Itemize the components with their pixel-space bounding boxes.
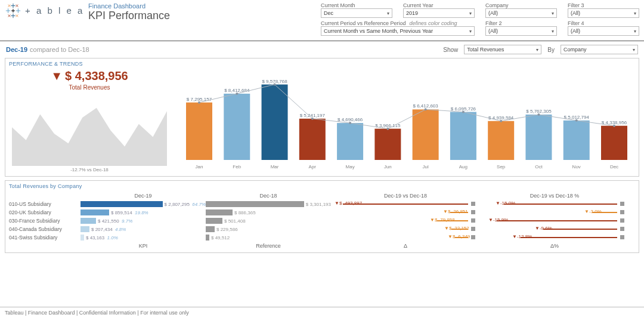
svg-rect-34 xyxy=(374,129,401,160)
table-body: 010-US Subsidiary$ 2,807,295 64.7%$ 3,30… xyxy=(9,200,635,242)
footer-text: Tableau | Finance Dashboard | Confidenti… xyxy=(5,310,189,316)
col-footer: Reference xyxy=(206,243,331,249)
delta-cell: ▼$ -79,858 xyxy=(331,217,480,224)
svg-point-62 xyxy=(462,111,465,113)
svg-text:Apr: Apr xyxy=(309,164,317,169)
caret-down-icon: ▾ xyxy=(387,11,389,16)
delta-pct-cell: ▼-15.0% xyxy=(480,201,629,208)
filter-label: Current Period vs Reference Perioddefine… xyxy=(321,20,475,26)
kpi-sparkline xyxy=(12,94,167,166)
delta-pct-cell: ▼-3.0% xyxy=(480,209,629,216)
filter-period-ref: Current Period vs Reference Perioddefine… xyxy=(321,20,475,36)
svg-text:$ 4,690,466: $ 4,690,466 xyxy=(338,117,363,122)
filter-label: Current Year xyxy=(403,2,475,8)
delta-cell: ▼$ -22,152 xyxy=(331,226,480,233)
caret-down-icon: ▾ xyxy=(634,11,636,16)
col-footer: Δ% xyxy=(480,243,629,249)
caret-down-icon: ▾ xyxy=(469,11,472,16)
tableau-logo-icon xyxy=(5,2,21,19)
caret-down-icon: ▾ xyxy=(634,29,636,34)
period-ref-select[interactable]: Current Month vs Same Month, Previous Ye… xyxy=(321,26,475,36)
col-header: Dec-19 vs Dec-18 xyxy=(331,193,480,199)
svg-text:Feb: Feb xyxy=(233,164,241,169)
row-label: 030-France Subsidiary xyxy=(9,218,80,224)
col-header: Dec-19 xyxy=(80,193,206,199)
down-triangle-icon: ▼ xyxy=(51,69,63,83)
svg-rect-49 xyxy=(564,121,590,160)
filter4-select[interactable]: (All)▾ xyxy=(568,26,639,36)
logo-block: + a b l e a u xyxy=(5,2,85,19)
caret-down-icon: ▾ xyxy=(536,47,538,53)
filter-2: Filter 2 (All)▾ xyxy=(485,20,557,36)
svg-text:Sep: Sep xyxy=(497,164,506,169)
filter-label: Current Month xyxy=(321,2,392,8)
filter-label: Filter 3 xyxy=(568,2,639,8)
caret-down-icon: ▾ xyxy=(633,47,635,53)
ref-bar-cell: $ 501,408 xyxy=(206,217,331,224)
col-header: Dec-18 xyxy=(206,193,331,199)
show-label: Show xyxy=(443,47,458,53)
revenues-by-company-panel: Total Revenues by Company Dec-19 Dec-18 … xyxy=(5,180,639,253)
panel-title: Total Revenues by Company xyxy=(9,183,635,189)
svg-text:May: May xyxy=(346,164,355,169)
svg-rect-25 xyxy=(262,85,288,160)
ref-bar-cell: $ 886,365 xyxy=(206,209,331,216)
svg-rect-22 xyxy=(224,94,250,160)
by-select[interactable]: Company▾ xyxy=(561,45,638,54)
filter-3: Filter 3 (All)▾ xyxy=(568,2,639,18)
row-label: 020-UK Subsidiary xyxy=(9,209,80,215)
filter3-select[interactable]: (All)▾ xyxy=(568,8,639,18)
dashboard-subtitle: Finance Dashboard xyxy=(88,2,170,10)
svg-text:+ a b l e a u: + a b l e a u xyxy=(25,5,85,16)
svg-text:$ 9,578,768: $ 9,578,768 xyxy=(262,79,287,84)
kpi-summary: ▼ $ 4,338,956 Total Revenues -12.7% vs D… xyxy=(9,69,170,172)
svg-point-58 xyxy=(311,118,314,120)
svg-text:$ 7,295,157: $ 7,295,157 xyxy=(187,97,212,102)
svg-text:Oct: Oct xyxy=(535,164,543,169)
filter2-select[interactable]: (All)▾ xyxy=(485,26,557,36)
panel-title: PERFORMANCE & TRENDS xyxy=(9,61,635,67)
dashboard-title: KPI Performance xyxy=(88,10,170,22)
header: + a b l e a u Finance Dashboard KPI Perf… xyxy=(0,0,644,41)
svg-rect-46 xyxy=(525,115,552,160)
title-block: Finance Dashboard KPI Performance xyxy=(88,2,170,22)
filter-label: Filter 2 xyxy=(485,20,557,26)
defines-note: defines color coding xyxy=(410,20,457,26)
svg-rect-28 xyxy=(299,119,326,160)
filter-grid: Current Month Dec▾ Current Year 2019▾ Co… xyxy=(321,2,639,36)
svg-point-66 xyxy=(613,125,615,127)
svg-text:$ 6,095,726: $ 6,095,726 xyxy=(451,106,476,112)
delta-pct-cell: ▼-15.9% xyxy=(480,217,629,224)
kpi-bar-cell: $ 2,807,295 64.7% xyxy=(80,201,206,208)
company-select[interactable]: (All)▾ xyxy=(485,8,557,18)
svg-rect-52 xyxy=(601,126,627,160)
svg-point-61 xyxy=(425,108,427,110)
svg-text:Mar: Mar xyxy=(271,164,279,169)
show-select[interactable]: Total Revenues▾ xyxy=(464,45,541,54)
current-year-select[interactable]: 2019▾ xyxy=(403,8,475,18)
caret-down-icon: ▾ xyxy=(552,29,554,34)
table-row: 020-UK Subsidiary$ 859,514 19.8%$ 886,36… xyxy=(9,208,635,217)
svg-rect-40 xyxy=(450,112,476,160)
svg-text:Aug: Aug xyxy=(459,164,467,169)
delta-pct-cell: ▼-12.8% xyxy=(480,234,629,241)
kpi-delta: -12.7% vs Dec-18 xyxy=(70,167,109,172)
compared-label: compared to Dec-18 xyxy=(30,46,89,53)
show-by-controls: Show Total Revenues▾ By Company▾ xyxy=(443,45,638,54)
svg-text:$ 6,412,603: $ 6,412,603 xyxy=(413,103,439,109)
tableau-wordmark-icon: + a b l e a u xyxy=(25,4,85,17)
delta-cell: ▼$ -6,349 xyxy=(331,234,480,241)
svg-point-63 xyxy=(500,120,502,122)
svg-point-64 xyxy=(537,113,540,116)
current-month-select[interactable]: Dec▾ xyxy=(321,8,392,18)
kpi-label: Total Revenues xyxy=(69,84,110,91)
svg-point-57 xyxy=(274,84,276,86)
table-row: 010-US Subsidiary$ 2,807,295 64.7%$ 3,30… xyxy=(9,200,635,208)
filter-label: Filter 4 xyxy=(568,20,639,26)
subheader: Dec-19 compared to Dec-18 Show Total Rev… xyxy=(0,41,644,58)
delta-pct-cell: ▼-9.6% xyxy=(480,226,629,233)
page-footer: Tableau | Finance Dashboard | Confidenti… xyxy=(0,307,644,318)
table-row: 041-Swiss Subsidiary$ 43,163 1.0%$ 49,51… xyxy=(9,233,635,242)
table-row: 040-Canada Subsidiary$ 207,434 4.8%$ 229… xyxy=(9,225,635,233)
filter-current-year: Current Year 2019▾ xyxy=(403,2,475,18)
